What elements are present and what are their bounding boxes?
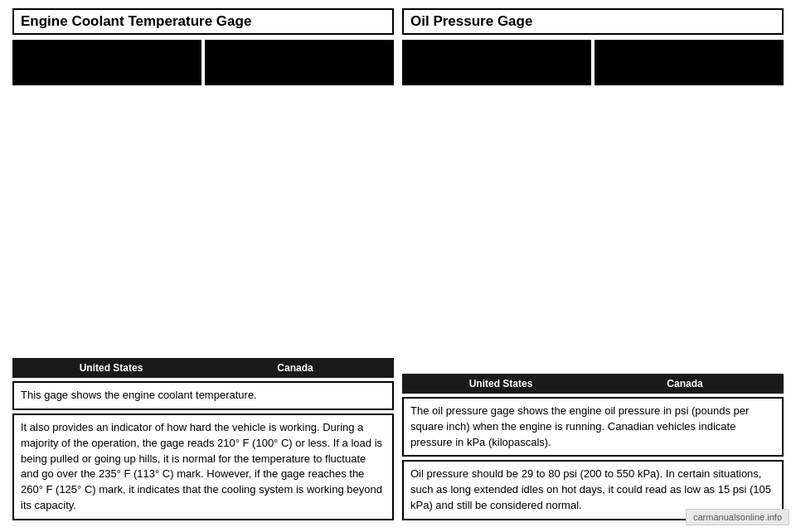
left-spacer <box>12 93 394 358</box>
left-gage-images <box>12 40 394 89</box>
right-column: Oil Pressure Gage United States Canada T… <box>402 8 784 524</box>
watermark: carmanualsonline.info <box>686 509 789 525</box>
right-spacer <box>402 93 784 374</box>
left-text-2: It also provides an indicator of how har… <box>21 420 386 514</box>
page-container: Engine Coolant Temperature Gage United S… <box>0 0 796 532</box>
right-label-row: United States Canada <box>402 374 784 394</box>
left-section-title: Engine Coolant Temperature Gage <box>12 8 394 35</box>
left-gage-img-1 <box>12 40 201 85</box>
right-text-box-1: The oil pressure gage shows the engine o… <box>402 397 784 457</box>
left-column: Engine Coolant Temperature Gage United S… <box>12 8 394 524</box>
left-text-1: This gage shows the engine coolant tempe… <box>21 388 386 404</box>
left-label-row: United States Canada <box>12 358 394 378</box>
left-gage-img-2 <box>205 40 394 85</box>
left-text-box-2: It also provides an indicator of how har… <box>12 414 394 520</box>
right-gage-img-2 <box>595 40 784 85</box>
right-text-2: Oil pressure should be 29 to 80 psi (200… <box>410 467 775 514</box>
left-text-box-1: This gage shows the engine coolant tempe… <box>12 381 394 410</box>
right-section-title: Oil Pressure Gage <box>402 8 784 35</box>
right-label-canada: Canada <box>593 378 777 389</box>
right-gage-images <box>402 40 784 89</box>
left-label-us: United States <box>19 362 203 374</box>
left-label-canada: Canada <box>203 362 387 374</box>
right-label-us: United States <box>409 378 593 389</box>
right-gage-img-1 <box>402 40 591 85</box>
right-text-1: The oil pressure gage shows the engine o… <box>410 404 775 451</box>
